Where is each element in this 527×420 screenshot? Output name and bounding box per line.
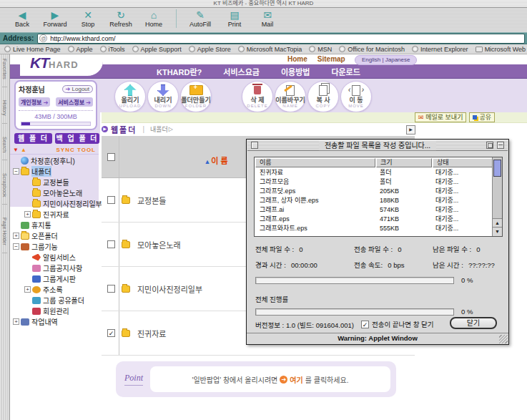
- favorite-item[interactable]: Office for Macintosh: [339, 46, 405, 53]
- browser-toolbar-button[interactable]: ✕ Stop: [72, 9, 104, 28]
- action-button[interactable]: 이 동 MOVE: [340, 81, 372, 112]
- share-button[interactable]: 공유: [469, 112, 495, 122]
- tree-item[interactable]: + 작업내역: [11, 316, 99, 327]
- action-button[interactable]: 올리기 UPLOAD: [114, 81, 146, 112]
- favorite-item[interactable]: MSN: [309, 46, 332, 53]
- favorite-item[interactable]: Apple: [68, 46, 93, 53]
- tree-item[interactable]: 그룹게시판: [11, 273, 99, 284]
- dialog-zoom-box[interactable]: [486, 142, 493, 149]
- column-header[interactable]: 이름: [255, 158, 375, 167]
- scroll-down-button[interactable]: ▼: [493, 227, 502, 236]
- tree-expander[interactable]: −: [13, 168, 19, 175]
- tree-item[interactable]: + 오픈폴더: [11, 230, 99, 241]
- dialog-collapse-box[interactable]: [497, 142, 504, 149]
- tree-item[interactable]: − 그룹기능: [11, 241, 99, 252]
- side-tab[interactable]: Page Holder: [2, 218, 7, 253]
- personal-info-button[interactable]: 개인정보 ➔: [19, 97, 50, 107]
- web-folder-button[interactable]: 웹 폴 더: [14, 133, 52, 144]
- action-button[interactable]: 이름바꾸기 NAME: [275, 81, 306, 112]
- favorite-item[interactable]: Microsoft Web Sites: [476, 46, 527, 53]
- tree-item[interactable]: 그룹 공유폴더: [11, 295, 99, 306]
- browser-toolbar-button[interactable]: ⌂ Home: [137, 9, 170, 28]
- transfer-file-row[interactable]: 그래프.eps 471KB 대기중...: [255, 214, 502, 223]
- tree-item[interactable]: + 진귀자료: [11, 209, 99, 220]
- tree-expander[interactable]: +: [24, 286, 31, 293]
- row-checkbox[interactable]: ✓: [107, 240, 115, 248]
- transfer-file-row[interactable]: 그라프모음 폴더 대기중...: [255, 177, 502, 186]
- side-tab[interactable]: Search: [2, 137, 7, 160]
- favorite-item[interactable]: Microsoft MacTopia: [238, 46, 302, 53]
- browser-toolbar-button[interactable]: ▤ Print: [218, 9, 251, 28]
- browser-toolbar-button[interactable]: ▶ Forward: [39, 9, 72, 28]
- tree-item[interactable]: 지민이사진정리일부: [11, 198, 99, 209]
- transfer-file-row[interactable]: 그래프와차트.eps 555KB 대기중...: [255, 223, 502, 233]
- scrollbar-thumb[interactable]: [493, 160, 501, 177]
- top-link[interactable]: Home: [287, 55, 307, 63]
- tree-item[interactable]: 알림서비스: [11, 252, 99, 263]
- tree-item[interactable]: 모아놓은노래: [11, 187, 99, 198]
- nav-item[interactable]: 서비스요금: [223, 66, 260, 77]
- select-all-checkbox[interactable]: [107, 153, 115, 161]
- action-button[interactable]: 폴더만들기 FOLDER: [180, 81, 212, 112]
- expand-icon[interactable]: ▲: [21, 147, 26, 153]
- breadcrumb-root[interactable]: 웹폴더: [111, 124, 137, 135]
- transfer-file-row[interactable]: 그라프닷.eps 205KB 대기중...: [255, 186, 502, 195]
- tree-item[interactable]: − 내폴더: [11, 166, 99, 177]
- browser-toolbar-button[interactable]: ↻ Refresh: [104, 9, 137, 28]
- close-when-done-option[interactable]: ✓ 전송이 끝나면 창 닫기: [361, 319, 434, 329]
- kthard-logo[interactable]: KTHARD: [20, 54, 103, 77]
- nav-item[interactable]: 이용방법: [281, 66, 310, 77]
- column-header[interactable]: 크기: [376, 158, 432, 167]
- browser-toolbar-button[interactable]: ◀ Back: [6, 9, 39, 28]
- scrollbar[interactable]: ▲ ▼: [492, 157, 502, 236]
- resize-grip[interactable]: [499, 335, 508, 343]
- tree-expander[interactable]: +: [13, 318, 19, 325]
- breadcrumb-current[interactable]: 내폴더: [150, 124, 168, 134]
- side-tab[interactable]: History: [2, 100, 7, 124]
- language-switch[interactable]: English | Japanese: [355, 55, 417, 65]
- favorite-item[interactable]: Live Home Page: [4, 46, 61, 53]
- nav-item[interactable]: KTHARD란?: [157, 66, 202, 77]
- address-input[interactable]: @ http://www.kthard.com/: [37, 34, 525, 44]
- tree-item[interactable]: 교정본들: [11, 177, 99, 187]
- row-checkbox[interactable]: ✓: [107, 285, 115, 293]
- favorite-item[interactable]: Internet Explorer: [412, 46, 468, 53]
- service-info-button[interactable]: 서비스정보 ➔: [56, 97, 93, 107]
- dialog-title-bar[interactable]: 전송할 파일 목록을 작성 중입니다...: [247, 140, 508, 151]
- top-link[interactable]: Sitemap: [317, 55, 345, 63]
- point-here-link[interactable]: 여기: [290, 374, 302, 385]
- row-checkbox[interactable]: ✓: [107, 196, 115, 204]
- action-button[interactable]: 복 사 COPY: [307, 81, 339, 112]
- browser-toolbar-button[interactable]: ✎ AutoFill: [176, 9, 218, 28]
- nav-item[interactable]: 다운로드: [331, 66, 360, 77]
- tree-item[interactable]: + 주소록: [11, 284, 99, 295]
- breadcrumb-more-button[interactable]: ▶: [406, 125, 415, 135]
- action-button[interactable]: 삭 제 DELETE: [242, 81, 273, 112]
- tree-expander[interactable]: −: [13, 243, 19, 250]
- backup-folder-button[interactable]: 백 업 폴 더: [55, 133, 99, 144]
- transfer-file-row[interactable]: 그래프.ai 574KB 대기중...: [255, 205, 502, 214]
- tree-item[interactable]: 차정훈(정후니): [11, 155, 99, 166]
- tree-item[interactable]: 그룹공지사항: [11, 263, 99, 273]
- side-tab[interactable]: Scrapbook: [2, 173, 7, 205]
- favorite-item[interactable]: Apple Support: [132, 46, 182, 53]
- action-button[interactable]: 내리기 DOWN: [147, 81, 179, 112]
- column-header[interactable]: 상태: [433, 158, 493, 167]
- favorite-item[interactable]: iTools: [100, 46, 125, 53]
- dialog-close-box[interactable]: [251, 142, 258, 149]
- tree-item[interactable]: 휴지통: [11, 220, 99, 230]
- collapse-icon[interactable]: ▼: [13, 147, 19, 153]
- transfer-file-row[interactable]: 진귀자료 폴더 대기중...: [255, 167, 502, 177]
- close-button[interactable]: 닫기: [450, 317, 497, 329]
- tree-expander[interactable]: +: [24, 211, 31, 218]
- sync-tool-label[interactable]: SYNC TOOL: [56, 147, 96, 153]
- close-when-done-checkbox[interactable]: ✓: [361, 321, 369, 328]
- tree-item[interactable]: 회원관리: [11, 306, 99, 316]
- browser-toolbar-button[interactable]: ✉ Mail: [251, 9, 284, 28]
- send-mail-button[interactable]: ✉ 메일로 보내기: [415, 112, 467, 122]
- row-checkbox[interactable]: ✓: [107, 329, 115, 337]
- transfer-file-row[interactable]: 그래프, 상자 이쁜.eps 188KB 대기중...: [255, 195, 502, 205]
- tree-expander[interactable]: +: [13, 233, 19, 239]
- favorite-item[interactable]: Apple Store: [189, 46, 231, 53]
- side-tab[interactable]: Favorites: [2, 59, 7, 87]
